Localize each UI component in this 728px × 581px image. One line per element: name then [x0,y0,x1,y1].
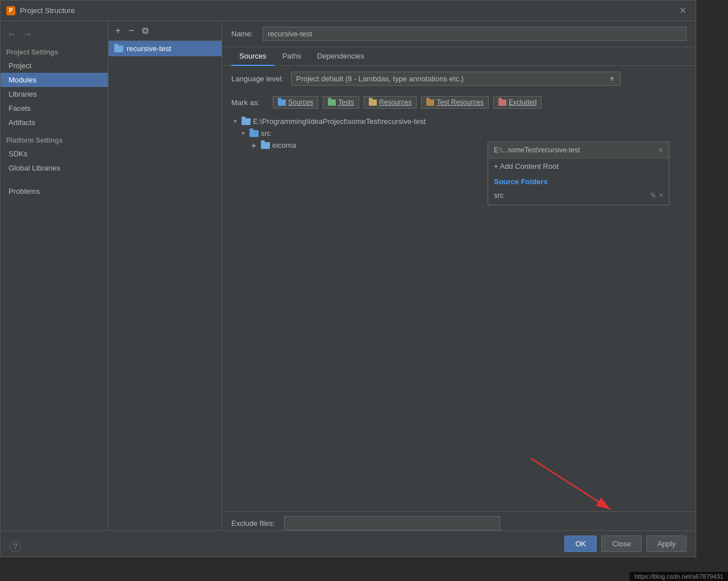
mark-as-sources-button[interactable]: Sources [273,96,318,109]
help-button[interactable]: ? [10,541,21,552]
resources-folder-icon [369,99,377,106]
main-panel: Name: Sources Paths Dependencies Languag… [222,21,696,557]
dialog-title-text: Project Structure [20,6,75,15]
platform-settings-header: Platform Settings [1,132,108,147]
excluded-folder-icon [498,99,506,106]
add-content-root-label: + Add Content Root [494,162,559,171]
tree-item-src[interactable]: ▼ src [222,127,696,139]
src-folder-icon [249,130,259,137]
root-folder-icon [242,118,251,125]
language-level-label: Language level: [231,74,285,83]
sidebar-item-problems[interactable]: Problems [1,184,108,198]
tree-chevron-root: ▼ [231,118,239,126]
sidebar-item-project[interactable]: Project [1,59,108,73]
tab-paths[interactable]: Paths [274,47,309,66]
tab-dependencies[interactable]: Dependencies [309,47,372,66]
language-level-select[interactable]: Project default (8 - Lambdas, type annot… [291,72,621,86]
module-name-label: recursive-test [127,44,171,53]
dialog-body: ← → Project Settings Project Modules Lib… [1,21,696,557]
language-level-row: Language level: Project default (8 - Lam… [222,66,696,92]
eicoma-folder-icon [261,142,270,149]
mark-test-resources-label: Test Resources [436,98,484,106]
mark-as-row: Mark as: Sources Tests Resources Test Re… [222,92,696,113]
module-list-panel: + − ⧉ recursive-test [109,21,222,557]
nav-back-button[interactable]: ← [5,28,19,40]
source-folder-actions: ✎ × [650,191,663,200]
tests-folder-icon [328,99,336,106]
dialog-title-left: P Project Structure [6,6,75,15]
tabs-bar: Sources Paths Dependencies [222,47,696,66]
app-icon: P [6,6,15,15]
mark-sources-label: Sources [288,98,313,106]
mark-tests-label: Tests [338,98,354,106]
dialog-footer: OK Close Apply [1,530,696,557]
edit-source-folder-button[interactable]: ✎ [650,191,656,200]
exclude-files-input[interactable] [284,516,500,530]
eicoma-label: eicoma [272,141,296,150]
sidebar-item-facets[interactable]: Facets [1,101,108,115]
chevron-down-icon: ▼ [608,74,615,83]
dialog-close-button[interactable]: ✕ [676,4,690,17]
popup-header: E:\...someTest\recursive-test × [488,142,669,159]
exclude-label: Exclude files: [231,519,280,528]
url-watermark: https://blog.csdn.net/a67879431 [630,572,728,581]
mark-as-resources-button[interactable]: Resources [364,96,417,109]
root-path-label: E:\Programming\IdeaProject\someTest\recu… [253,117,426,126]
mark-excluded-label: Excluded [509,98,536,106]
language-level-value: Project default (8 - Lambdas, type annot… [296,74,464,83]
remove-source-folder-button[interactable]: × [659,191,663,200]
sidebar-item-sdks[interactable]: SDKs [1,147,108,161]
module-item-recursive-test[interactable]: recursive-test [109,41,222,56]
mark-as-test-resources-button[interactable]: Test Resources [421,96,489,109]
popup-content: Source Folders src ✎ × [488,174,669,205]
tree-item-root[interactable]: ▼ E:\Programming\IdeaProject\someTest\re… [222,115,696,127]
sidebar-item-modules[interactable]: Modules [1,73,108,87]
source-folder-item: src ✎ × [494,189,663,201]
ok-button[interactable]: OK [564,536,597,552]
src-label: src [261,129,271,138]
remove-module-button[interactable]: − [126,24,136,37]
sidebar-item-libraries[interactable]: Libraries [1,87,108,101]
add-content-root-button[interactable]: + Add Content Root [488,159,669,174]
nav-forward-button[interactable]: → [21,28,35,40]
test-resources-folder-icon [426,99,434,106]
module-folder-icon [114,45,123,52]
mark-as-excluded-button[interactable]: Excluded [493,96,542,109]
sidebar: ← → Project Settings Project Modules Lib… [1,21,109,557]
name-label: Name: [231,30,257,38]
sidebar-nav-bar: ← → [1,26,108,43]
sidebar-item-artifacts[interactable]: Artifacts [1,115,108,130]
mark-as-label: Mark as: [231,98,268,107]
dialog-titlebar: P Project Structure ✕ [1,1,696,21]
close-button[interactable]: Close [601,536,642,552]
apply-button[interactable]: Apply [646,536,687,552]
mark-resources-label: Resources [379,98,411,106]
sources-folder-icon [278,99,286,106]
tab-sources[interactable]: Sources [231,47,274,66]
module-list: recursive-test [109,41,222,557]
copy-module-button[interactable]: ⧉ [140,24,151,37]
name-input[interactable] [263,27,687,41]
popup-title-text: E:\...someTest\recursive-test [494,146,580,154]
module-toolbar: + − ⧉ [109,21,222,41]
popup-close-button[interactable]: × [659,146,663,155]
source-folders-label: Source Folders [494,177,663,186]
name-row: Name: [222,21,696,47]
sidebar-item-global-libraries[interactable]: Global Libraries [1,161,108,175]
project-structure-dialog: P Project Structure ✕ ← → Project Settin… [0,0,696,557]
mark-as-tests-button[interactable]: Tests [323,96,359,109]
source-folder-name: src [494,191,504,200]
project-settings-header: Project Settings [1,45,108,59]
add-module-button[interactable]: + [113,24,123,37]
tree-chevron-src: ▼ [239,130,247,138]
popup-panel: E:\...someTest\recursive-test × + Add Co… [488,142,669,205]
tree-chevron-eicoma: ▶ [251,142,259,150]
